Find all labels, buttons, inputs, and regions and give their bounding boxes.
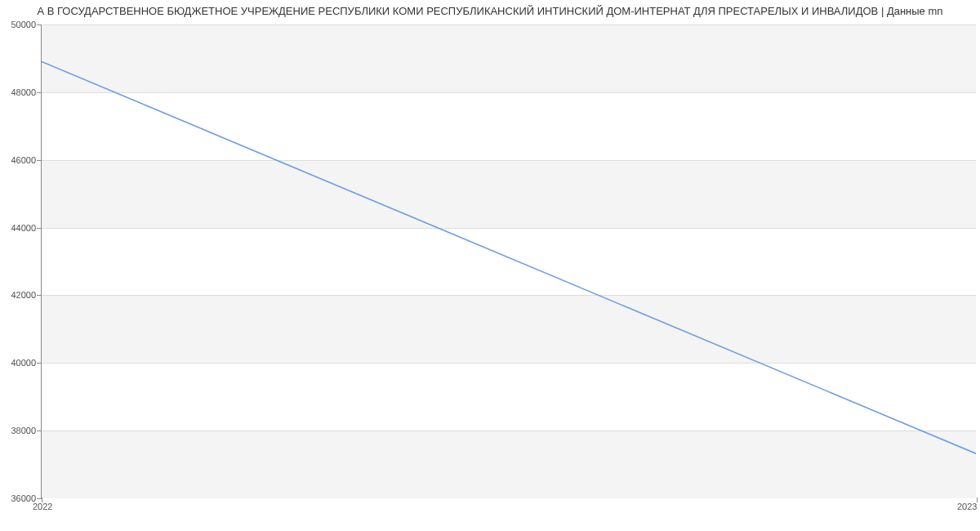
y-tick-label: 38000 — [3, 426, 36, 435]
x-tick-label: 2022 — [33, 502, 52, 511]
y-tick-label: 44000 — [3, 223, 36, 233]
plot-area — [41, 25, 976, 498]
x-tick-label: 2023 — [957, 502, 977, 511]
y-tick-label: 48000 — [3, 87, 36, 97]
y-tick-label: 46000 — [3, 155, 36, 165]
y-tick-label: 50000 — [3, 20, 36, 29]
chart-title: А В ГОСУДАРСТВЕННОЕ БЮДЖЕТНОЕ УЧРЕЖДЕНИЕ… — [0, 0, 980, 19]
line-series — [42, 25, 976, 498]
y-tick-label: 42000 — [3, 290, 36, 300]
y-tick-label: 40000 — [3, 358, 36, 368]
y-tick-label: 36000 — [3, 493, 36, 503]
